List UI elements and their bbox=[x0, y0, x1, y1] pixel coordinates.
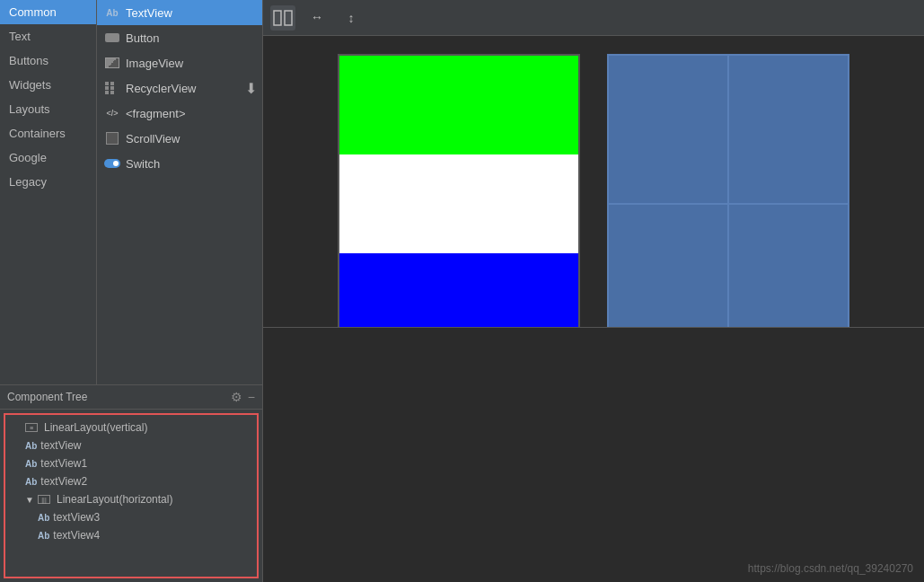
tree-node-textview-label: textView bbox=[40, 439, 81, 452]
sidebar-item-legacy[interactable]: Legacy bbox=[0, 170, 96, 194]
ab-icon-2: Ab bbox=[25, 459, 37, 469]
blueprint-panel bbox=[607, 54, 849, 327]
blueprint-cell-3 bbox=[608, 204, 728, 327]
split-view-button[interactable] bbox=[270, 5, 295, 31]
component-tree-title: Component Tree bbox=[7, 391, 231, 403]
switch-icon bbox=[104, 155, 120, 172]
svg-rect-7 bbox=[285, 11, 292, 25]
watermark: https://blog.csdn.net/qq_39240270 bbox=[748, 562, 913, 575]
tree-node-textview2[interactable]: Ab textView2 bbox=[18, 472, 257, 490]
tree-node-linearlayout-h-label: LinearLayout(horizontal) bbox=[57, 493, 172, 506]
palette-item-recyclerview-label: RecyclerView bbox=[126, 82, 197, 95]
tree-node-linearlayout-v-label: LinearLayout(vertical) bbox=[44, 421, 147, 434]
ab-icon-1: Ab bbox=[25, 441, 37, 451]
blueprint-cell-2 bbox=[728, 55, 849, 204]
expand-icon-2: ▼ bbox=[25, 495, 34, 505]
recyclerview-icon bbox=[104, 80, 120, 96]
palette-item-switch[interactable]: Switch bbox=[97, 151, 262, 176]
palette-item-scrollview-label: ScrollView bbox=[126, 132, 180, 146]
tree-node-textview2-label: textView2 bbox=[40, 475, 87, 488]
tree-node-textview4-label: textView4 bbox=[53, 529, 100, 542]
sidebar-item-google[interactable]: Google bbox=[0, 146, 96, 170]
vertical-arrows-button[interactable]: ↕ bbox=[339, 5, 364, 31]
tree-minimize-icon[interactable]: − bbox=[248, 390, 255, 404]
sidebar-item-widgets[interactable]: Widgets bbox=[0, 73, 96, 97]
scrollview-icon bbox=[104, 130, 120, 146]
tree-node-textview1[interactable]: Ab textView1 bbox=[18, 454, 257, 472]
sidebar-item-layouts[interactable]: Layouts bbox=[0, 97, 96, 121]
blueprint-cell-1 bbox=[608, 55, 728, 204]
textview-icon: Ab bbox=[104, 4, 120, 21]
tree-content: ≡ LinearLayout(vertical) Ab textView Ab … bbox=[4, 413, 259, 578]
tree-header-icons: ⚙ − bbox=[231, 390, 255, 404]
palette-item-imageview-label: ImageView bbox=[126, 57, 183, 70]
tree-node-textview3[interactable]: Ab textView3 bbox=[31, 508, 257, 526]
phone-white-block bbox=[339, 154, 578, 253]
button-icon bbox=[104, 30, 120, 46]
svg-rect-3 bbox=[110, 86, 114, 90]
linear-layout-h-icon: ||| bbox=[38, 495, 50, 504]
palette-item-fragment-label: <fragment> bbox=[126, 107, 186, 120]
palette-item-fragment[interactable]: </> <fragment> bbox=[97, 101, 262, 126]
palette-item-textview-label: TextView bbox=[126, 6, 172, 20]
tree-header: Component Tree ⚙ − bbox=[0, 385, 262, 410]
svg-rect-0 bbox=[105, 82, 109, 85]
sidebar-item-buttons[interactable]: Buttons bbox=[0, 48, 96, 73]
component-tree: Component Tree ⚙ − ≡ LinearLayout(vertic… bbox=[0, 384, 263, 582]
palette-item-switch-label: Switch bbox=[126, 157, 160, 171]
imageview-icon bbox=[104, 55, 120, 71]
linear-layout-v-icon: ≡ bbox=[25, 423, 38, 432]
canvas-area bbox=[263, 36, 924, 327]
palette-item-button[interactable]: Button bbox=[97, 25, 262, 50]
phone-preview bbox=[338, 54, 580, 327]
tree-node-linearlayout-h[interactable]: ▼ ||| LinearLayout(horizontal) bbox=[18, 490, 257, 508]
sidebar-item-common[interactable]: Common bbox=[0, 0, 96, 24]
fragment-icon: </> bbox=[104, 105, 120, 121]
toolbar: ↔ ↕ bbox=[263, 0, 924, 36]
svg-rect-1 bbox=[110, 82, 114, 85]
phone-blue-block bbox=[339, 253, 578, 327]
palette-item-imageview[interactable]: ImageView bbox=[97, 50, 262, 75]
tree-node-textview4[interactable]: Ab textView4 bbox=[31, 526, 257, 544]
svg-rect-2 bbox=[105, 86, 109, 90]
ab-icon-4: Ab bbox=[38, 513, 49, 523]
svg-rect-4 bbox=[105, 91, 109, 94]
ab-icon-5: Ab bbox=[38, 531, 49, 541]
svg-text:↔: ↔ bbox=[311, 12, 323, 24]
download-icon[interactable]: ⬇ bbox=[245, 80, 262, 97]
blueprint-cell-4 bbox=[728, 204, 849, 327]
palette-item-recyclerview[interactable]: RecyclerView bbox=[97, 75, 245, 101]
svg-rect-6 bbox=[274, 11, 281, 25]
tree-node-textview1-label: textView1 bbox=[40, 457, 87, 470]
sidebar-item-containers[interactable]: Containers bbox=[0, 121, 96, 146]
palette-item-scrollview[interactable]: ScrollView bbox=[97, 126, 262, 151]
tree-node-textview[interactable]: Ab textView bbox=[18, 436, 257, 454]
tree-settings-icon[interactable]: ⚙ bbox=[231, 390, 242, 404]
svg-text:↕: ↕ bbox=[348, 11, 355, 25]
palette-item-textview[interactable]: Ab TextView bbox=[97, 0, 262, 25]
palette-item-button-label: Button bbox=[126, 31, 160, 45]
center-bottom bbox=[263, 327, 924, 583]
tree-node-textview3-label: textView3 bbox=[53, 511, 100, 524]
watermark-text: https://blog.csdn.net/qq_39240270 bbox=[748, 562, 913, 575]
center-area: ↔ ↕ bbox=[263, 0, 924, 582]
horizontal-arrows-button[interactable]: ↔ bbox=[304, 5, 330, 31]
ab-icon-3: Ab bbox=[25, 477, 37, 487]
tree-node-linearlayout-v[interactable]: ≡ LinearLayout(vertical) bbox=[5, 419, 257, 436]
phone-green-block bbox=[339, 56, 578, 154]
palette-row-recyclerview: RecyclerView ⬇ bbox=[97, 75, 262, 101]
sidebar-item-text[interactable]: Text bbox=[0, 24, 96, 48]
svg-rect-5 bbox=[110, 91, 114, 94]
